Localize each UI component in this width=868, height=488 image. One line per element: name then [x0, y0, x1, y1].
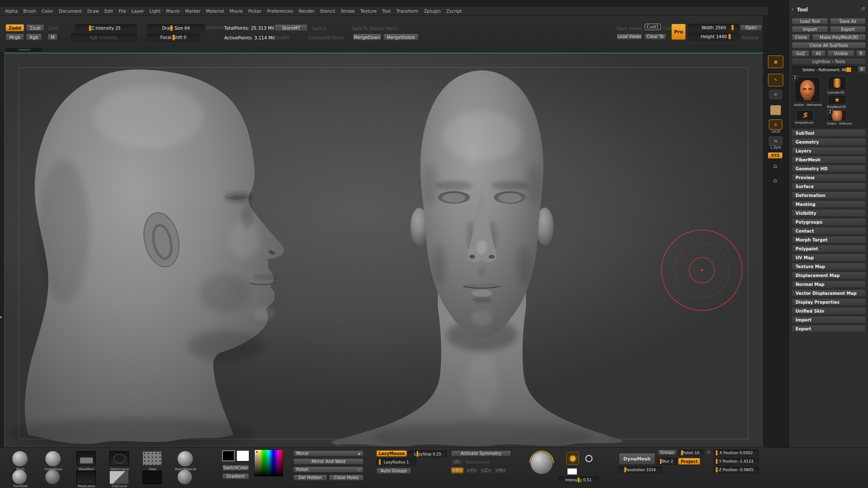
resolution-slider[interactable]: Resolution 1016	[619, 466, 662, 473]
menu-item[interactable]: Texture	[360, 8, 376, 14]
local-icon[interactable]: ◎	[769, 119, 782, 130]
scroll-icon[interactable]: ≡	[769, 90, 782, 99]
menu-item[interactable]: Material	[206, 8, 224, 14]
menu-item[interactable]: Layer	[131, 8, 144, 14]
polish-button[interactable]: Polish○	[293, 466, 364, 473]
y-position-slider[interactable]: Y Position -1.4133	[714, 458, 759, 465]
tool-section-header[interactable]: Polypaint	[792, 245, 866, 252]
tool-section-header[interactable]: Texture Map	[792, 263, 866, 270]
menu-item[interactable]: Document	[59, 8, 82, 14]
menu-item[interactable]: Zscript	[446, 8, 462, 14]
tool-r-button[interactable]: R	[858, 66, 866, 72]
make-polymesh3d-button[interactable]: Make PolyMesh3D	[812, 34, 866, 41]
gradient-button[interactable]: Gradient	[222, 473, 249, 480]
z-intensity-slider[interactable]: Z Intensity 25	[75, 24, 136, 32]
light-off-button[interactable]	[582, 452, 595, 465]
material-thumb-basic[interactable]	[178, 451, 193, 466]
panel-back-icon[interactable]: ‹	[791, 6, 793, 12]
brush-thumb-maskrect[interactable]	[76, 451, 96, 466]
symm.etry-z-button[interactable]: >Z<	[480, 467, 492, 474]
active-tool-thumbnail[interactable]	[795, 77, 820, 103]
polymesh3d-thumbnail[interactable]: ★	[828, 95, 846, 104]
shelf-scroll-track[interactable]	[6, 48, 42, 51]
store-mt-button[interactable]: StoreMT	[275, 24, 308, 31]
zcut-button[interactable]: Zcut	[48, 25, 58, 30]
clone-all-subtools-button[interactable]: Clone All SubTools	[792, 42, 866, 49]
menu-item[interactable]: Macro	[166, 8, 180, 14]
gyro-icon[interactable]: ⊙	[705, 449, 712, 455]
restore-button[interactable]: Restore	[742, 35, 759, 40]
tool-section-header[interactable]: Morph Target	[792, 236, 866, 244]
goz-button[interactable]: GoZ	[792, 50, 810, 57]
menu-item[interactable]: Stencil	[320, 8, 335, 14]
groups-button[interactable]: Groups	[658, 449, 676, 455]
zsub-button[interactable]: Zsub	[26, 24, 45, 31]
menu-item[interactable]: Preferences	[267, 8, 293, 14]
tool-section-header[interactable]: Unified Skin	[792, 307, 866, 315]
tool-section-header[interactable]: Preview	[792, 174, 866, 181]
symmetry-y-button[interactable]: >Y<	[465, 467, 478, 474]
sculpt-canvas[interactable]	[4, 53, 764, 447]
primary-color-swatch[interactable]	[222, 450, 235, 461]
close-holes-button[interactable]: Close Holes	[329, 474, 364, 481]
lazymouse-button[interactable]: LazyMouse	[376, 450, 407, 457]
color-picker[interactable]	[254, 449, 283, 477]
height-slider[interactable]: Height 1440	[688, 33, 739, 40]
soldier-small-thumbnail[interactable]: 2	[828, 110, 846, 121]
symmetry-r-button[interactable]: (R)	[451, 459, 463, 465]
tool-section-header[interactable]: Geometry	[792, 138, 866, 146]
zoom-home-icon[interactable]: ⌂	[768, 175, 782, 185]
draw-size-slider[interactable]: Draw Size 64	[147, 24, 204, 32]
merge-down-button[interactable]: MergeDown	[353, 33, 381, 41]
goz-all-button[interactable]: All	[811, 50, 826, 57]
intensity-slider[interactable]: Intensity 0.51	[559, 477, 598, 483]
tool-section-header[interactable]: Vector Displacement Map	[792, 289, 866, 297]
tool-section-header[interactable]: Masking	[792, 200, 866, 208]
switchcolor-button[interactable]: SwitchColor	[222, 465, 249, 471]
brush-thumb-clipcurve[interactable]	[109, 471, 129, 484]
pro-button[interactable]: Pro	[671, 24, 686, 40]
menu-item[interactable]: Brush	[23, 8, 36, 14]
menu-item[interactable]: Transform	[396, 8, 418, 14]
cust1-button[interactable]: Cust1	[645, 24, 661, 30]
mirror-button[interactable]: Mirror▸	[293, 450, 364, 457]
tool-section-header[interactable]: Layers	[792, 147, 866, 155]
tool-section-header[interactable]: Polygroups	[792, 218, 866, 226]
zadd-button[interactable]: Zadd	[6, 24, 24, 31]
width-slider[interactable]: Width 2560	[688, 24, 739, 31]
stroke-thumb-dots[interactable]	[142, 451, 162, 466]
secondary-color-swatch[interactable]	[236, 450, 249, 461]
merge-visible-button[interactable]: MergeVisible	[383, 33, 419, 41]
tool-section-header[interactable]: UV Map	[792, 254, 866, 261]
brush-thumb-selectlasso[interactable]	[109, 451, 129, 466]
tool-section-header[interactable]: Geometry HD	[792, 165, 866, 172]
import-button[interactable]: Import	[792, 26, 828, 33]
light-color-swatch[interactable]	[567, 468, 577, 475]
z-position-slider[interactable]: Z Position -0.0645	[714, 466, 759, 473]
del-hidden-button[interactable]: Del Hidden	[293, 474, 327, 481]
tool-section-header[interactable]: Displacement Map	[792, 272, 866, 279]
xyz-button[interactable]: XYZ	[768, 152, 782, 158]
dynamesh-button[interactable]: DynaMesh	[619, 453, 655, 465]
tool-section-header[interactable]: Deformation	[792, 191, 866, 199]
tool-section-header[interactable]: Visibility	[792, 209, 866, 217]
save-as-button[interactable]: Save As	[830, 18, 866, 25]
menu-item[interactable]: Picker	[248, 8, 262, 14]
cylinder3d-thumbnail[interactable]	[828, 76, 846, 90]
save-views-button[interactable]: Save Views	[617, 26, 642, 31]
tool-section-header[interactable]: Surface	[792, 183, 866, 190]
clone-button[interactable]: Clone	[792, 34, 810, 41]
x-position-slider[interactable]: X Position 0.0002	[714, 449, 759, 456]
menu-item[interactable]: Draw	[87, 8, 99, 14]
goz-r-button[interactable]: R	[856, 50, 866, 57]
goz-visible-button[interactable]: Visible	[827, 50, 854, 57]
shelf-scroll-handle[interactable]	[18, 49, 31, 50]
lazystep-slider[interactable]: LazyStep 0.25	[409, 450, 447, 458]
edit-frame-icon[interactable]: ✎	[768, 74, 783, 86]
activate-symmetry-button[interactable]: Activate Symmetry	[451, 450, 511, 457]
menu-item[interactable]: Light	[150, 8, 161, 14]
tool-section-header[interactable]: Display Properties	[792, 298, 866, 306]
menu-item[interactable]: Color	[42, 8, 53, 14]
tool-section-header[interactable]: FiberMesh	[792, 156, 866, 164]
lazyradius-slider[interactable]: LazyRadius 1	[376, 458, 416, 466]
